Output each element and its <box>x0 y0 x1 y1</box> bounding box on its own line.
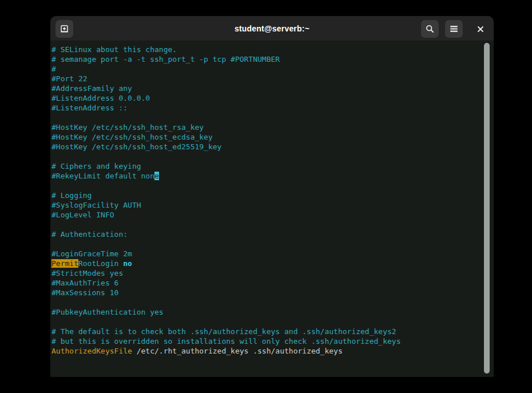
text-segment: no <box>123 259 132 268</box>
titlebar[interactable]: student@serverb:~ <box>50 16 494 41</box>
terminal-line: # Ciphers and keying <box>51 161 494 171</box>
terminal-line: #Port 22 <box>51 74 494 84</box>
text-segment: # semanage port -a -t ssh_port_t -p tcp … <box>51 55 280 63</box>
terminal-line: # SELinux about this change. <box>51 45 494 54</box>
text-segment: # Ciphers and keying <box>51 162 141 170</box>
terminal-line <box>51 181 494 190</box>
terminal-line <box>51 356 494 366</box>
terminal-line <box>51 220 494 229</box>
new-tab-button[interactable] <box>55 20 73 38</box>
search-highlight: Permit <box>51 259 78 268</box>
terminal-line: PermitRootLogin no <box>51 259 494 268</box>
menu-button[interactable] <box>445 20 463 38</box>
terminal-window: student@serverb:~ <box>50 16 494 377</box>
text-segment: #HostKey /etc/ssh/ssh_host_ecdsa_key <box>51 133 213 141</box>
terminal-line: # semanage port -a -t ssh_port_t -p tcp … <box>51 54 494 64</box>
text-segment: #PubkeyAuthentication yes <box>51 308 164 316</box>
terminal-screen[interactable]: # SELinux about this change.# semanage p… <box>50 41 494 377</box>
text-segment: # SELinux about this change. <box>51 45 177 54</box>
close-icon <box>477 25 485 33</box>
terminal-line: # but this is overridden so installation… <box>51 336 494 346</box>
terminal-line: #LoginGraceTime 2m <box>51 249 494 259</box>
terminal-line: #StrictModes yes <box>51 268 494 278</box>
text-segment: #HostKey /etc/ssh/ssh_host_rsa_key <box>51 123 204 132</box>
text-segment: #ListenAddress 0.0.0.0 <box>51 94 150 102</box>
terminal-line: #HostKey /etc/ssh/ssh_host_ed25519_key <box>51 142 494 152</box>
terminal-line: #MaxSessions 10 <box>51 288 494 297</box>
terminal-line: #PubkeyAuthentication yes <box>51 307 494 317</box>
text-segment: #LogLevel INFO <box>51 211 114 219</box>
text-segment: #MaxSessions 10 <box>51 288 118 297</box>
text-segment: AuthorizedKeysFile <box>51 347 132 355</box>
terminal-line: #HostKey /etc/ssh/ssh_host_ecdsa_key <box>51 132 494 142</box>
scrollbar[interactable] <box>484 43 490 374</box>
text-segment: # but this is overridden so installation… <box>51 337 400 346</box>
text-segment: #RekeyLimit default non <box>51 172 154 180</box>
terminal-line: AuthorizedKeysFile /etc/.rht_authorized_… <box>51 346 494 356</box>
text-segment: #MaxAuthTries 6 <box>51 279 118 287</box>
terminal-line: #RekeyLimit default none <box>51 171 494 181</box>
terminal-line: # Authentication: <box>51 229 494 239</box>
text-segment: # Authentication: <box>51 230 128 239</box>
menu-icon <box>450 25 458 33</box>
terminal-line: #HostKey /etc/ssh/ssh_host_rsa_key <box>51 122 494 132</box>
terminal-line <box>51 113 494 122</box>
terminal-line <box>51 239 494 249</box>
terminal-line: #MaxAuthTries 6 <box>51 278 494 288</box>
text-segment: # The default is to check both .ssh/auth… <box>51 327 396 336</box>
vim-buffer: # SELinux about this change.# semanage p… <box>51 45 494 366</box>
search-icon <box>425 24 435 34</box>
terminal-line: #LogLevel INFO <box>51 210 494 220</box>
terminal-line: # Logging <box>51 190 494 200</box>
terminal-line <box>51 297 494 307</box>
text-segment: #LoginGraceTime 2m <box>51 249 132 258</box>
search-button[interactable] <box>421 20 439 38</box>
terminal-line: # <box>51 64 494 74</box>
text-segment: #StrictModes yes <box>51 269 123 277</box>
text-segment: #AddressFamily any <box>51 84 132 93</box>
vim-cursor: e <box>154 172 159 180</box>
text-segment: #Port 22 <box>51 74 88 83</box>
terminal-line: #AddressFamily any <box>51 84 494 93</box>
vim-statusline: 31,24 17% <box>50 366 494 376</box>
text-segment: RootLogin <box>78 259 123 268</box>
terminal-line: # The default is to check both .ssh/auth… <box>51 327 494 336</box>
terminal-line: #ListenAddress :: <box>51 103 494 113</box>
text-segment: /etc/.rht_authorized_keys .ssh/authorize… <box>132 347 343 355</box>
new-tab-icon <box>59 24 69 34</box>
text-segment: #SyslogFacility AUTH <box>51 201 141 209</box>
terminal-line: #SyslogFacility AUTH <box>51 200 494 210</box>
text-segment: #HostKey /etc/ssh/ssh_host_ed25519_key <box>51 142 221 151</box>
vim-ruler-position: 31,24 <box>400 376 423 377</box>
text-segment: # Logging <box>51 191 92 200</box>
close-button[interactable] <box>471 20 490 38</box>
text-segment: #ListenAddress :: <box>51 104 128 112</box>
text-segment: # <box>51 65 56 73</box>
terminal-line <box>51 317 494 327</box>
terminal-line <box>51 152 494 161</box>
terminal-line: #ListenAddress 0.0.0.0 <box>51 93 494 103</box>
